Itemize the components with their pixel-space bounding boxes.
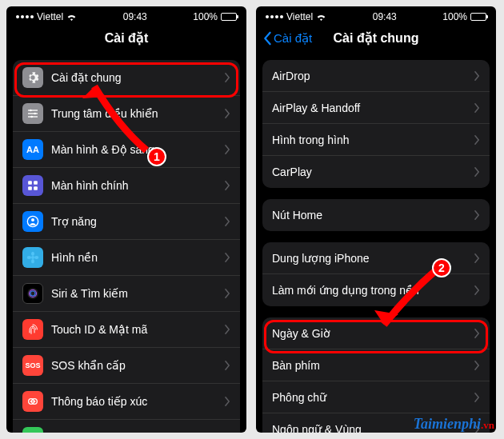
row-touchid[interactable]: Touch ID & Mật mã <box>13 312 240 348</box>
row-airdrop[interactable]: AirDrop <box>262 60 490 92</box>
row-label: Ngày & Giờ <box>272 327 474 340</box>
row-keyboard[interactable]: Bàn phím <box>262 349 490 381</box>
status-bar: Viettel 09:43 100% <box>6 6 246 24</box>
chevron-right-icon <box>474 103 480 113</box>
row-date-time[interactable]: Ngày & Giờ <box>262 317 490 349</box>
carrier-label: Viettel <box>286 11 313 22</box>
row-airplay[interactable]: AirPlay & Handoff <box>262 92 490 124</box>
svg-point-22 <box>30 401 33 403</box>
watermark-brand: Taimienphi <box>414 416 481 432</box>
chevron-right-icon <box>225 145 230 154</box>
back-button[interactable]: Cài đặt <box>262 31 312 46</box>
person-icon <box>22 211 43 232</box>
battery-icon <box>221 13 237 21</box>
row-pip[interactable]: Hình trong hình <box>262 124 490 156</box>
row-display[interactable]: AAMàn hình & Độ sáng <box>13 132 240 168</box>
chevron-right-icon <box>474 253 480 263</box>
battery-percent: 100% <box>442 11 467 22</box>
row-home-button[interactable]: Nút Home <box>262 199 490 231</box>
row-label: Dung lượng iPhone <box>272 252 474 265</box>
row-label: CarPlay <box>272 166 474 178</box>
exposure-icon <box>22 391 43 412</box>
chevron-right-icon <box>474 167 480 177</box>
watermark: Taimienphi.vn <box>414 416 494 433</box>
phone-right-general: Viettel 09:43 100% Cài đặt Cài đặt chung… <box>256 6 496 433</box>
AA-icon: AA <box>22 139 43 160</box>
row-label: Thông báo tiếp xúc <box>51 395 225 408</box>
battery-icon <box>22 427 43 433</box>
row-label: SOS khẩn cấp <box>51 359 225 372</box>
chevron-right-icon <box>474 71 480 81</box>
row-carplay[interactable]: CarPlay <box>262 156 490 188</box>
page-title: Cài đặt chung <box>334 30 419 46</box>
gear-icon <box>22 67 43 88</box>
row-background-refresh[interactable]: Làm mới ứng dụng trong nền <box>262 274 490 306</box>
grid-icon <box>22 175 43 196</box>
chevron-right-icon <box>225 109 230 118</box>
svg-point-12 <box>31 256 34 259</box>
svg-rect-6 <box>28 181 32 185</box>
clock-label: 09:43 <box>373 11 397 22</box>
chevron-right-icon <box>474 210 480 220</box>
svg-point-13 <box>31 252 34 256</box>
chevron-right-icon <box>474 393 480 402</box>
chevron-right-icon <box>225 397 230 406</box>
svg-rect-9 <box>34 186 38 190</box>
row-label: Làm mới ứng dụng trong nền <box>272 284 474 297</box>
svg-rect-1 <box>28 113 38 114</box>
wifi-icon <box>316 13 326 21</box>
svg-rect-8 <box>28 186 32 190</box>
row-exposure[interactable]: Thông báo tiếp xúc <box>13 384 240 420</box>
settings-list[interactable]: Cài đặt chungTrung tâm điều khiểnAAMàn h… <box>6 54 246 433</box>
row-sos[interactable]: SOSSOS khẩn cấp <box>13 348 240 384</box>
svg-rect-0 <box>28 110 38 110</box>
chevron-right-icon <box>474 361 480 370</box>
row-siri[interactable]: Siri & Tìm kiếm <box>13 276 240 312</box>
nav-bar: Cài đặt <box>6 24 246 54</box>
svg-rect-7 <box>34 181 38 185</box>
row-fonts[interactable]: Phông chữ <box>262 381 490 413</box>
svg-point-15 <box>27 256 31 259</box>
row-label: AirDrop <box>272 70 474 82</box>
row-label: Màn hình & Độ sáng <box>51 143 225 156</box>
row-battery[interactable]: Pin <box>13 420 240 433</box>
row-home-screen[interactable]: Màn hình chính <box>13 168 240 204</box>
row-wallpaper[interactable]: Hình nền <box>13 240 240 276</box>
back-label: Cài đặt <box>274 31 312 46</box>
chevron-right-icon <box>225 361 230 370</box>
row-general[interactable]: Cài đặt chung <box>13 60 240 96</box>
row-control-center[interactable]: Trung tâm điều khiển <box>13 96 240 132</box>
svg-point-3 <box>30 110 32 112</box>
chevron-left-icon <box>262 31 272 46</box>
chevron-right-icon <box>225 289 230 298</box>
svg-point-14 <box>31 259 34 263</box>
chevron-right-icon <box>225 325 230 334</box>
row-label: Cài đặt chung <box>51 71 225 84</box>
row-label: Siri & Tìm kiếm <box>51 287 225 300</box>
row-label: Hình trong hình <box>272 134 474 146</box>
general-list[interactable]: AirDropAirPlay & HandoffHình trong hìnhC… <box>256 54 496 433</box>
signal-icon <box>266 15 283 18</box>
chevron-right-icon <box>225 217 230 226</box>
chevron-right-icon <box>225 181 230 190</box>
row-label: Trung tâm điều khiển <box>51 107 225 120</box>
row-storage[interactable]: Dung lượng iPhone <box>262 242 490 274</box>
phone-left-settings: Viettel 09:43 100% Cài đặt Cài đặt chung… <box>6 6 246 433</box>
watermark-tld: .vn <box>481 419 494 431</box>
row-label: Trợ năng <box>51 215 225 228</box>
carrier-label: Viettel <box>37 11 63 22</box>
signal-icon <box>16 15 34 18</box>
nav-bar: Cài đặt Cài đặt chung <box>256 24 496 54</box>
row-label: AirPlay & Handoff <box>272 102 474 114</box>
battery-icon <box>470 13 486 21</box>
row-label: Pin <box>51 431 225 433</box>
row-label: Màn hình chính <box>51 179 225 192</box>
SOS-icon: SOS <box>22 355 43 376</box>
row-label: Phông chữ <box>272 391 474 404</box>
status-bar: Viettel 09:43 100% <box>256 6 496 24</box>
wifi-icon <box>66 13 77 21</box>
chevron-right-icon <box>474 285 480 295</box>
row-accessibility[interactable]: Trợ năng <box>13 204 240 240</box>
finger-icon <box>22 319 43 340</box>
svg-point-5 <box>30 116 33 118</box>
